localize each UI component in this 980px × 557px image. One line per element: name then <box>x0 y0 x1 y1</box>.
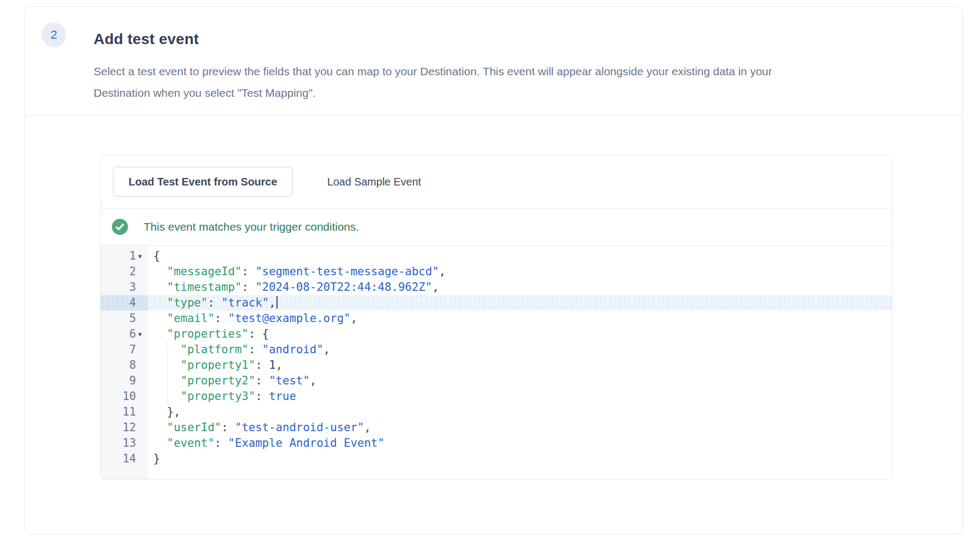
code-token-str: "test" <box>269 374 310 387</box>
code-line[interactable]: 4 "type": "track", <box>101 295 892 311</box>
code-line-text: "property1": 1, <box>148 358 892 373</box>
code-line-text: "userId": "test-android-user", <box>148 420 892 435</box>
line-number-gutter: 1▾ <box>101 248 148 264</box>
code-line-text: "email": "test@example.org", <box>148 311 892 326</box>
code-line-text: "timestamp": "2024-08-20T22:44:48.962Z", <box>148 280 892 295</box>
fold-arrow-icon[interactable]: ▾ <box>136 326 148 342</box>
load-test-event-button[interactable]: Load Test Event from Source <box>113 167 293 197</box>
code-token-num: 1 <box>269 359 276 372</box>
line-number: 5 <box>129 311 136 326</box>
line-number-gutter: 5 <box>101 311 148 326</box>
code-token-punct: : { <box>248 327 269 340</box>
line-number: 7 <box>129 342 136 358</box>
code-token-key: "type" <box>167 296 208 309</box>
code-line[interactable]: 6▾ "properties": { <box>101 326 892 342</box>
code-token-key: "event" <box>167 437 215 449</box>
step-card: 2 Add test event Select a test event to … <box>25 6 963 534</box>
code-token-str: "2024-08-20T22:44:48.962Z" <box>255 281 432 294</box>
line-number-gutter: 11 <box>101 404 148 420</box>
line-number: 6 <box>129 326 136 342</box>
code-line-text: "messageId": "segment-test-message-abcd"… <box>148 264 892 280</box>
code-token-punct: : <box>208 296 221 309</box>
status-message: This event matches your trigger conditio… <box>144 220 359 233</box>
fold-arrow-icon[interactable]: ▾ <box>136 248 148 264</box>
code-token-punct: , <box>351 312 358 325</box>
line-number-gutter: 12 <box>101 420 148 435</box>
indent-guide-line <box>167 358 167 373</box>
event-source-toolbar: Load Test Event from Source Load Sample … <box>101 155 892 209</box>
code-line[interactable]: 9 "property2": "test", <box>101 373 892 389</box>
code-token-punct: : <box>215 437 228 449</box>
code-line[interactable]: 10 "property3": true <box>101 389 892 404</box>
code-token-punct: : <box>248 343 262 356</box>
line-number-gutter: 3 <box>101 280 148 295</box>
line-number-gutter: 4 <box>101 295 148 311</box>
trigger-status-row: This event matches your trigger conditio… <box>101 209 892 246</box>
code-line-text: "properties": { <box>148 326 892 342</box>
code-line-text: "property2": "test", <box>148 373 892 389</box>
code-token-key: "messageId" <box>167 265 242 278</box>
line-number-gutter: 14 <box>101 451 148 467</box>
code-token-punct: , <box>269 296 276 309</box>
code-line[interactable]: 11 }, <box>101 404 892 420</box>
indent-guide-line <box>167 342 167 358</box>
code-whitespace <box>153 281 167 294</box>
divider <box>25 115 962 116</box>
code-line-text: "property3": true <box>148 389 892 404</box>
code-line-text: { <box>148 248 892 264</box>
code-token-key: "property3" <box>181 390 255 403</box>
line-number: 13 <box>123 435 136 451</box>
code-token-key: "properties" <box>167 327 248 340</box>
indent-guide-line <box>167 373 167 389</box>
code-token-punct: { <box>153 249 160 262</box>
code-whitespace <box>153 327 167 340</box>
text-cursor <box>276 296 278 309</box>
code-whitespace <box>153 405 167 418</box>
page-title: Add test event <box>94 31 199 48</box>
code-token-punct: : <box>255 359 269 372</box>
code-line[interactable]: 5 "email": "test@example.org", <box>101 311 892 326</box>
code-line[interactable]: 2 "messageId": "segment-test-message-abc… <box>101 264 892 280</box>
code-whitespace <box>153 265 167 278</box>
code-line[interactable]: 3 "timestamp": "2024-08-20T22:44:48.962Z… <box>101 280 892 295</box>
line-number: 10 <box>123 389 136 404</box>
code-token-key: "email" <box>167 312 215 325</box>
code-token-key: "platform" <box>181 343 248 356</box>
code-whitespace <box>153 296 167 309</box>
code-line[interactable]: 7 "platform": "android", <box>101 342 892 358</box>
code-token-punct: : <box>242 265 255 278</box>
step-number-badge: 2 <box>41 23 66 47</box>
code-token-punct: : <box>215 312 228 325</box>
check-icon <box>112 219 128 235</box>
code-token-key: "timestamp" <box>167 281 242 294</box>
load-sample-event-button[interactable]: Load Sample Event <box>324 175 424 189</box>
line-number: 4 <box>129 295 136 311</box>
code-token-punct: , <box>432 281 439 294</box>
line-number-gutter: 13 <box>101 435 148 451</box>
line-number: 8 <box>129 358 136 373</box>
code-token-punct: }, <box>167 405 180 418</box>
code-editor[interactable]: 1▾{2 "messageId": "segment-test-message-… <box>101 246 892 480</box>
line-number: 1 <box>129 248 136 264</box>
code-token-punct: : <box>242 281 255 294</box>
line-number: 14 <box>123 451 136 467</box>
code-line[interactable]: 12 "userId": "test-android-user", <box>101 420 892 435</box>
code-line[interactable]: 13 "event": "Example Android Event" <box>101 435 892 451</box>
code-token-str: "test@example.org" <box>228 312 351 325</box>
code-line[interactable]: 8 "property1": 1, <box>101 358 892 373</box>
code-line[interactable]: 1▾{ <box>101 248 892 264</box>
code-token-key: "property1" <box>181 359 255 372</box>
line-number: 3 <box>129 280 136 295</box>
code-token-bool: true <box>269 390 296 403</box>
line-number: 2 <box>129 264 136 280</box>
code-token-str: "track" <box>221 296 269 309</box>
code-line[interactable]: 14} <box>101 451 892 467</box>
line-number: 11 <box>123 404 136 420</box>
line-number-gutter: 10 <box>101 389 148 404</box>
code-token-key: "property2" <box>181 374 255 387</box>
code-line-text: } <box>148 451 892 467</box>
line-number-gutter: 7 <box>101 342 148 358</box>
code-token-punct: , <box>323 343 330 356</box>
step-description: Select a test event to preview the field… <box>94 61 809 104</box>
code-whitespace <box>153 421 167 434</box>
